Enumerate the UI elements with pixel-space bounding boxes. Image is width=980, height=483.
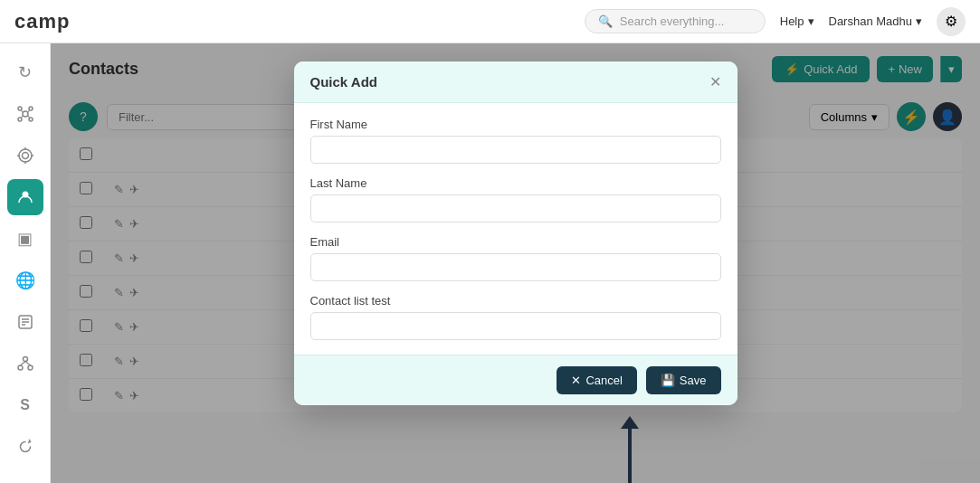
form-group: Contact list test <box>310 294 721 340</box>
cancel-button[interactable]: ✕ Cancel <box>557 366 636 394</box>
content-area: Contacts ⚡ Quick Add + New ▾ ? Columns <box>51 43 980 483</box>
svg-point-21 <box>18 365 23 370</box>
svg-point-20 <box>23 357 27 362</box>
app-logo: cAmp <box>14 10 70 33</box>
form-group: Email <box>310 235 721 281</box>
cancel-x-icon: ✕ <box>571 374 581 387</box>
form-label: Last Name <box>310 176 721 190</box>
modal-body: First Name Last Name Email Contact list … <box>294 103 737 355</box>
save-disk-icon: 💾 <box>661 374 675 387</box>
sidebar-item-edit[interactable] <box>7 304 43 340</box>
modal-header: Quick Add ✕ <box>294 62 737 103</box>
save-button-arrow <box>621 416 639 483</box>
sidebar: ↻ ▣ 🌐 S <box>0 43 51 483</box>
save-button[interactable]: 💾 Save <box>646 366 721 394</box>
search-bar[interactable]: 🔍 Search everything... <box>585 9 766 33</box>
svg-line-6 <box>28 110 30 113</box>
sidebar-item-grid[interactable]: ▣ <box>7 221 43 257</box>
search-placeholder: Search everything... <box>620 14 725 28</box>
main-layout: ↻ ▣ 🌐 S Contacts ⚡ Qui <box>0 43 980 483</box>
sidebar-item-s[interactable]: S <box>7 387 43 423</box>
sidebar-item-contacts[interactable] <box>7 179 43 215</box>
help-chevron-icon: ▾ <box>808 14 814 28</box>
sidebar-item-connections[interactable] <box>7 346 43 382</box>
form-label: First Name <box>310 118 721 131</box>
sidebar-item-refresh[interactable]: ↻ <box>7 54 43 90</box>
svg-line-5 <box>21 110 23 113</box>
sidebar-item-refresh2[interactable] <box>7 429 43 465</box>
user-menu[interactable]: Darshan Madhu ▾ <box>829 14 923 28</box>
modal-title: Quick Add <box>310 74 377 90</box>
search-icon: 🔍 <box>598 14 613 28</box>
svg-line-23 <box>20 362 25 366</box>
sidebar-item-network[interactable] <box>7 96 43 132</box>
help-label: Help <box>780 14 804 28</box>
form-group: First Name <box>310 118 721 164</box>
svg-point-10 <box>22 153 28 159</box>
svg-line-8 <box>28 116 30 118</box>
nav-extra-button[interactable]: ⚙ <box>937 7 966 36</box>
form-input-last-name[interactable] <box>310 194 721 223</box>
form-input-first-name[interactable] <box>310 136 721 164</box>
sidebar-item-globe[interactable]: 🌐 <box>7 262 43 298</box>
help-menu[interactable]: Help ▾ <box>780 14 814 28</box>
modal-overlay: Quick Add ✕ First Name Last Name Email C… <box>51 43 980 483</box>
form-group: Last Name <box>310 176 721 223</box>
svg-line-24 <box>25 362 31 366</box>
user-label: Darshan Madhu <box>829 14 913 28</box>
sidebar-item-target[interactable] <box>7 137 43 174</box>
svg-point-22 <box>28 365 33 370</box>
quick-add-modal: Quick Add ✕ First Name Last Name Email C… <box>294 62 737 405</box>
modal-footer: ✕ Cancel 💾 Save <box>294 355 737 405</box>
topnav: cAmp 🔍 Search everything... Help ▾ Darsh… <box>0 0 980 43</box>
modal-close-button[interactable]: ✕ <box>709 75 721 90</box>
form-label: Contact list test <box>310 294 721 308</box>
svg-point-0 <box>23 111 28 117</box>
form-input-contact-list-test[interactable] <box>310 312 721 340</box>
form-input-email[interactable] <box>310 253 721 281</box>
user-chevron-icon: ▾ <box>916 14 922 28</box>
svg-line-7 <box>21 116 23 118</box>
arrow-shaft <box>628 429 632 483</box>
arrow-head <box>621 416 639 429</box>
svg-point-9 <box>19 149 32 162</box>
form-label: Email <box>310 235 721 249</box>
